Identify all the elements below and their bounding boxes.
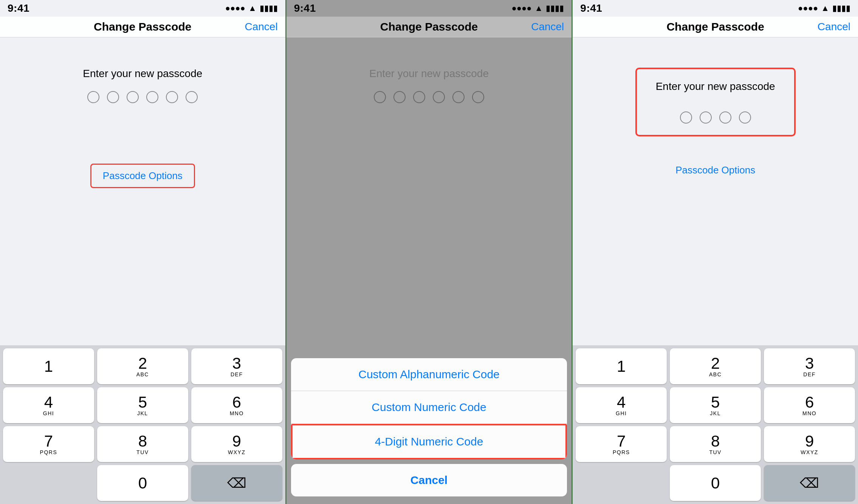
status-time-middle: 9:41 [294, 2, 316, 14]
action-sheet-overlay: Custom Alphanumeric Code Custom Numeric … [287, 358, 572, 504]
passcode-options-button-left[interactable]: Passcode Options [90, 164, 195, 188]
cancel-button-middle[interactable]: Cancel [531, 21, 564, 33]
dot-r1 [680, 111, 692, 124]
left-panel: 9:41 ●●●● ▲ ▮▮▮▮ Change Passcode Cancel … [0, 0, 285, 504]
status-icons-middle: ●●●● ▲ ▮▮▮▮ [511, 3, 564, 13]
nav-title-middle: Change Passcode [380, 20, 478, 33]
status-icons-right: ●●●● ▲ ▮▮▮▮ [798, 3, 850, 13]
nav-title-right: Change Passcode [666, 20, 764, 33]
dot-2 [107, 91, 119, 103]
key-9-right[interactable]: 9 WXYZ [764, 426, 855, 462]
passcode-dots-left [87, 91, 198, 103]
main-content-right: Enter your new passcode Passcode Options [573, 37, 858, 345]
dot-3 [127, 91, 139, 103]
action-sheet-alphanumeric[interactable]: Custom Alphanumeric Code [291, 358, 567, 391]
key-3-right[interactable]: 3 DEF [764, 348, 855, 384]
signal-icon-middle: ●●●● [511, 3, 531, 13]
key-2-right[interactable]: 2 ABC [670, 348, 761, 384]
key-9-left[interactable]: 9 WXYZ [191, 426, 282, 462]
key-6-right[interactable]: 6 MNO [764, 387, 855, 423]
middle-panel: 9:41 ●●●● ▲ ▮▮▮▮ Change Passcode Cancel … [285, 0, 573, 504]
status-icons-left: ●●●● ▲ ▮▮▮▮ [225, 3, 278, 13]
dot-m3 [413, 91, 425, 103]
key-0-right[interactable]: 0 [670, 465, 761, 501]
dot-m4 [433, 91, 445, 103]
status-time-left: 9:41 [8, 2, 29, 14]
key-7-left[interactable]: 7 PQRS [3, 426, 94, 462]
dot-6 [186, 91, 198, 103]
keyboard-right: 1 2 ABC 3 DEF 4 GHI 5 JKL 6 MNO 7 PQRS 8… [573, 345, 858, 465]
key-0-left[interactable]: 0 [97, 465, 188, 501]
action-sheet: Custom Alphanumeric Code Custom Numeric … [291, 358, 567, 459]
battery-icon-middle: ▮▮▮▮ [546, 3, 564, 13]
key-empty-left [3, 465, 94, 501]
wifi-icon-left: ▲ [248, 3, 257, 13]
nav-title-left: Change Passcode [94, 20, 191, 33]
dot-m1 [374, 91, 386, 103]
keyboard-bottom-left: 0 ⌫ [0, 465, 285, 504]
key-5-left[interactable]: 5 JKL [97, 387, 188, 423]
key-3-left[interactable]: 3 DEF [191, 348, 282, 384]
passcode-prompt-left: Enter your new passcode [83, 68, 202, 80]
dot-m2 [393, 91, 406, 103]
passcode-dots-middle [374, 91, 484, 103]
nav-bar-left: Change Passcode Cancel [0, 17, 285, 37]
key-8-left[interactable]: 8 TUV [97, 426, 188, 462]
signal-icon-right: ●●●● [798, 3, 818, 13]
dot-r2 [700, 111, 712, 124]
key-4-right[interactable]: 4 GHI [576, 387, 667, 423]
dot-r4 [739, 111, 751, 124]
key-6-left[interactable]: 6 MNO [191, 387, 282, 423]
passcode-dots-right [680, 111, 751, 124]
keyboard-left: 1 2 ABC 3 DEF 4 GHI 5 JKL 6 MNO 7 PQRS 8… [0, 345, 285, 465]
key-1-left[interactable]: 1 [3, 348, 94, 384]
dot-m5 [452, 91, 465, 103]
right-panel: 9:41 ●●●● ▲ ▮▮▮▮ Change Passcode Cancel … [573, 0, 858, 504]
dot-m6 [472, 91, 484, 103]
signal-icon-left: ●●●● [225, 3, 245, 13]
key-delete-left[interactable]: ⌫ [191, 465, 282, 501]
key-1-right[interactable]: 1 [576, 348, 667, 384]
dot-4 [146, 91, 158, 103]
action-sheet-4digit[interactable]: 4-Digit Numeric Code [291, 424, 567, 459]
dot-r3 [719, 111, 731, 124]
key-7-right[interactable]: 7 PQRS [576, 426, 667, 462]
battery-icon-right: ▮▮▮▮ [832, 3, 850, 13]
key-5-right[interactable]: 5 JKL [670, 387, 761, 423]
wifi-icon-middle: ▲ [535, 3, 543, 13]
main-content-left: Enter your new passcode Passcode Options [0, 37, 285, 345]
key-delete-right[interactable]: ⌫ [764, 465, 855, 501]
wifi-icon-right: ▲ [821, 3, 829, 13]
passcode-area-highlight: Enter your new passcode [635, 68, 796, 136]
status-bar-middle: 9:41 ●●●● ▲ ▮▮▮▮ [287, 0, 572, 17]
passcode-prompt-right: Enter your new passcode [656, 80, 775, 93]
dot-5 [166, 91, 178, 103]
key-empty-right [576, 465, 667, 501]
nav-bar-right: Change Passcode Cancel [573, 17, 858, 37]
status-bar-left: 9:41 ●●●● ▲ ▮▮▮▮ [0, 0, 285, 17]
passcode-options-button-right[interactable]: Passcode Options [664, 159, 767, 181]
key-2-left[interactable]: 2 ABC [97, 348, 188, 384]
cancel-button-right[interactable]: Cancel [818, 21, 850, 33]
action-sheet-cancel-button[interactable]: Cancel [291, 464, 567, 496]
status-bar-right: 9:41 ●●●● ▲ ▮▮▮▮ [573, 0, 858, 17]
key-8-right[interactable]: 8 TUV [670, 426, 761, 462]
key-4-left[interactable]: 4 GHI [3, 387, 94, 423]
nav-bar-middle: Change Passcode Cancel [287, 17, 572, 37]
action-sheet-numeric[interactable]: Custom Numeric Code [291, 391, 567, 424]
status-time-right: 9:41 [580, 2, 602, 14]
dot-1 [87, 91, 99, 103]
passcode-prompt-middle: Enter your new passcode [369, 68, 489, 80]
keyboard-bottom-right: 0 ⌫ [573, 465, 858, 504]
battery-icon-left: ▮▮▮▮ [260, 3, 278, 13]
cancel-button-left[interactable]: Cancel [245, 21, 278, 33]
